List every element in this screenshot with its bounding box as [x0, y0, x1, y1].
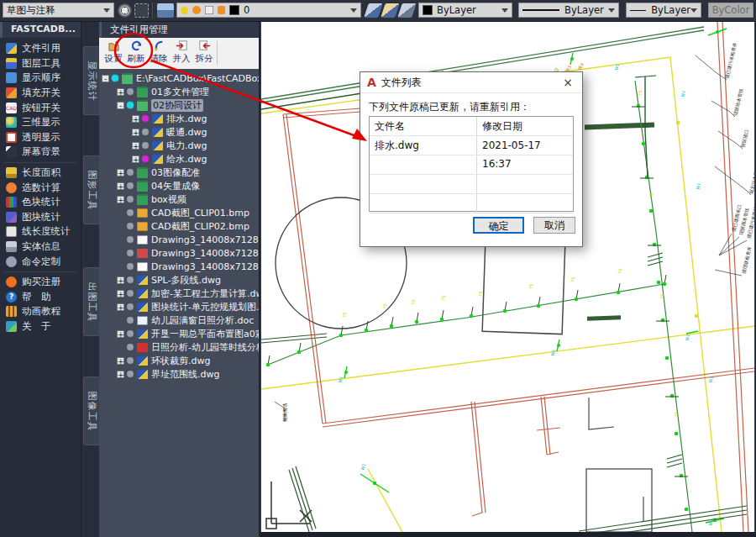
ok-button[interactable]: 确定 [473, 217, 524, 234]
bulb-off-icon[interactable] [127, 182, 134, 189]
tree-item[interactable]: +电力.dwg [99, 139, 259, 152]
bulb-off-icon[interactable] [127, 276, 134, 283]
sidebar-item-tutorial[interactable]: 动画教程 [0, 304, 81, 319]
bulb-off-icon[interactable] [127, 344, 134, 350]
expand-icon[interactable]: + [132, 129, 139, 136]
sidebar-item-help[interactable]: ?帮 助 [0, 290, 81, 305]
layer-prev-icon[interactable] [381, 3, 400, 18]
expand-icon[interactable]: + [117, 196, 124, 203]
cancel-button[interactable]: 取消 [533, 217, 575, 234]
tree-item[interactable]: +box视频 [99, 192, 259, 206]
expand-icon[interactable]: + [117, 276, 124, 284]
layer-state-icon[interactable] [364, 3, 383, 18]
tab-graphic-tools[interactable]: 图形工具 [83, 155, 100, 224]
sidebar-item-transparent-display[interactable]: 透明显示 [0, 130, 81, 145]
tree-item-selected[interactable]: -02协同设计 [99, 98, 259, 112]
tree-item[interactable]: CAD截图_CLIP02.bmp [99, 219, 259, 233]
workspace-combo[interactable]: 草图与注释 [3, 3, 114, 18]
tree-item[interactable]: +加密-某工程土方量计算.dwg [99, 287, 259, 300]
layer-isolate-icon[interactable] [397, 3, 417, 18]
tree-item[interactable]: +暖通.dwg [99, 125, 259, 139]
layer-sun-icon[interactable] [192, 6, 201, 14]
expand-icon[interactable]: + [117, 357, 124, 365]
expand-icon[interactable]: + [132, 155, 139, 163]
tree-item[interactable]: 日照分析-幼儿园等时线分析.p [99, 340, 259, 354]
tab-plot-tools[interactable]: 出图工具 [83, 267, 100, 336]
tree-item[interactable]: +图块统计-单元控规规划图.dwg [99, 300, 259, 313]
refresh-button[interactable]: 刷新 [125, 39, 147, 65]
tree-item[interactable]: 幼儿园满窗日照分析.doc [99, 313, 259, 327]
tree-item[interactable]: +03图像配准 [99, 166, 259, 179]
split-button[interactable]: 拆分 [193, 39, 215, 65]
settings-button[interactable]: 设置 [102, 39, 124, 65]
expand-icon[interactable]: + [117, 330, 124, 338]
tree-item[interactable]: +界址范围线.dwg [99, 367, 259, 381]
bulb-off-icon[interactable] [142, 129, 149, 135]
expand-icon[interactable]: + [117, 303, 124, 311]
sidebar-item-file-reference[interactable]: 文件引用 [0, 41, 81, 56]
tree-item[interactable]: CAD截图_CLIP01.bmp [99, 206, 259, 219]
layer-freeze-icon[interactable] [205, 6, 213, 14]
expand-icon[interactable]: + [117, 88, 124, 96]
tree-item[interactable]: +排水.dwg [99, 112, 259, 125]
tree-item[interactable]: Drawing3_14008x7128.pgw [99, 233, 259, 246]
bulb-alt-icon[interactable] [142, 155, 149, 162]
table-row[interactable]: 排水.dwg 2021-05-17 16:37 [370, 136, 573, 155]
tree-item[interactable]: +04矢量成像 [99, 179, 259, 192]
tree-item[interactable]: +环状裁剪.dwg [99, 354, 259, 367]
tree-item[interactable]: Drawing3_14008x7128.pnga [99, 260, 259, 273]
bulb-off-icon[interactable] [127, 263, 134, 270]
bulb-on-icon[interactable] [112, 75, 118, 82]
expand-icon[interactable]: + [117, 182, 124, 190]
bulb-off-icon[interactable] [127, 169, 134, 176]
sidebar-item-command-custom[interactable]: 命令定制 [0, 254, 81, 269]
layer-on-bulb-icon[interactable] [181, 7, 188, 14]
tab-image-tools[interactable]: 图像工具 [83, 376, 100, 445]
merge-button[interactable]: 并入 [171, 39, 192, 65]
lineweight-combo[interactable]: ByLayer [626, 3, 701, 18]
bulb-on-icon[interactable] [127, 102, 134, 108]
close-icon[interactable]: × [560, 76, 575, 89]
sidebar-item-length-area[interactable]: 长度面积 [0, 166, 81, 181]
tree-item[interactable]: +给水.dwg [99, 152, 259, 166]
sidebar-item-3d-display[interactable]: 三维显示 [0, 115, 81, 130]
bulb-off-icon[interactable] [127, 357, 134, 364]
expand-icon[interactable]: + [117, 169, 124, 176]
bulb-off-icon[interactable] [127, 303, 134, 310]
tree-item[interactable]: +01多文件管理 [99, 85, 259, 98]
bulb-off-icon[interactable] [127, 209, 134, 216]
bulb-off-icon[interactable] [127, 250, 134, 256]
bulb-off-icon[interactable] [127, 371, 134, 377]
plot-icon[interactable] [157, 3, 174, 18]
bulb-off-icon[interactable] [127, 317, 134, 324]
tree-item[interactable]: Drawing3_14008x7128.png [99, 246, 259, 260]
color-combo[interactable]: ByLayer [418, 3, 512, 18]
expand-icon[interactable]: + [132, 142, 139, 150]
dialog-title-bar[interactable]: A 文件列表 × [360, 72, 582, 93]
sidebar-item-entity-info[interactable]: 实体信息 [0, 240, 81, 255]
gear-icon[interactable] [118, 3, 132, 18]
bulb-off-icon[interactable] [127, 88, 134, 95]
bulb-off-icon[interactable] [127, 330, 134, 337]
sidebar-item-button-toggle[interactable]: CAD按钮开关 [0, 100, 81, 115]
bulb-off-icon[interactable] [127, 223, 134, 229]
tree-item[interactable]: +开垦一期总平面布置图a0彩色. [99, 327, 259, 340]
sidebar-item-line-length-stats[interactable]: 线长度统计 [0, 224, 81, 240]
sidebar-item-count-calc[interactable]: 选数计算 [0, 180, 81, 195]
bulb-alt-icon[interactable] [142, 115, 149, 122]
tree-item[interactable]: +SPL-多段线.dwg [99, 273, 259, 287]
sidebar-item-screen-background[interactable]: 屏幕背景 [0, 145, 81, 160]
sidebar-item-block-stats[interactable]: 图块统计 [0, 210, 81, 225]
clear-button[interactable]: 清除 [148, 39, 170, 65]
collapse-icon[interactable]: - [102, 75, 109, 82]
expand-icon[interactable]: + [132, 115, 139, 123]
linetype-combo[interactable]: ByLayer [518, 3, 619, 18]
sidebar-item-display-order[interactable]: 显示顺序 [0, 71, 81, 86]
sidebar-item-color-stats[interactable]: 色块统计 [0, 195, 81, 210]
sidebar-item-about[interactable]: 关 于 [0, 319, 81, 334]
layer-unlock-icon[interactable] [218, 6, 225, 14]
hatch-icon[interactable] [134, 3, 149, 18]
expand-icon[interactable]: + [117, 371, 124, 378]
layer-combo[interactable]: 0 [176, 3, 361, 18]
expand-icon[interactable]: + [117, 290, 124, 297]
